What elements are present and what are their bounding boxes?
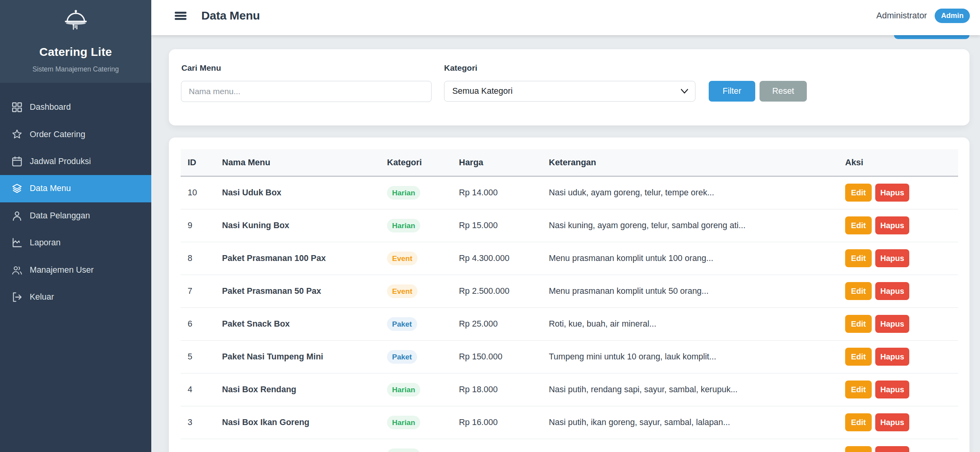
hapus-button[interactable]: Hapus bbox=[875, 216, 909, 234]
logout-icon bbox=[11, 291, 23, 303]
cell-aksi: EditHapus bbox=[838, 307, 958, 340]
cell-harga: Rp 14.000 bbox=[452, 176, 542, 209]
column-header-kategori: Kategori bbox=[380, 149, 452, 176]
cell-keterangan: Nasi kuning, ayam goreng, telur, sambal … bbox=[542, 209, 838, 242]
cell-id: 9 bbox=[181, 209, 215, 242]
reset-button[interactable]: Reset bbox=[760, 81, 807, 102]
category-label: Kategori bbox=[444, 63, 477, 73]
edit-button[interactable]: Edit bbox=[845, 446, 872, 452]
sidebar-item-manajemen-user[interactable]: Manajemen User bbox=[0, 256, 151, 283]
cloche-logo-icon bbox=[63, 9, 89, 35]
cell-harga: Rp 18.000 bbox=[452, 373, 542, 406]
table-card: IDNama MenuKategoriHargaKeteranganAksi 1… bbox=[169, 138, 969, 452]
calendar-icon bbox=[11, 156, 23, 167]
sidebar-item-dashboard[interactable]: Dashboard bbox=[0, 94, 151, 121]
column-header-harga: Harga bbox=[452, 149, 542, 176]
hapus-button[interactable]: Hapus bbox=[875, 249, 909, 267]
hapus-button[interactable]: Hapus bbox=[875, 282, 909, 300]
sidebar-item-laporan[interactable]: Laporan bbox=[0, 229, 151, 256]
edit-button[interactable]: Edit bbox=[845, 282, 872, 300]
cell-keterangan: Nasi putih, rendang sapi, sayur, sambal,… bbox=[542, 373, 838, 406]
table-row: 7Paket Prasmanan 50 PaxEventRp 2.500.000… bbox=[181, 275, 958, 307]
filter-card: Cari Menu Kategori Semua Kategori Filter… bbox=[169, 49, 969, 125]
cell-id: 10 bbox=[181, 176, 215, 209]
sidebar-item-label: Dashboard bbox=[30, 102, 71, 112]
edit-button[interactable]: Edit bbox=[845, 249, 872, 267]
cell-harga: Rp 4.300.000 bbox=[452, 242, 542, 275]
cell-aksi: EditHapus bbox=[838, 242, 958, 275]
sidebar-item-label: Order Catering bbox=[30, 130, 85, 139]
star-icon bbox=[11, 129, 23, 140]
kategori-badge: Paket bbox=[387, 350, 417, 364]
table-row: 8Paket Prasmanan 100 PaxEventRp 4.300.00… bbox=[181, 242, 958, 275]
cell-id: 4 bbox=[181, 373, 215, 406]
column-header-id: ID bbox=[181, 149, 215, 176]
table-row: 9Nasi Kuning BoxHarianRp 15.000Nasi kuni… bbox=[181, 209, 958, 242]
sidebar-item-label: Manajemen User bbox=[30, 265, 94, 275]
kategori-badge: Event bbox=[387, 252, 417, 265]
table-row: HarianEditHapus bbox=[181, 439, 958, 452]
cell-nama-menu: Nasi Uduk Box bbox=[215, 176, 380, 209]
cell-harga: Rp 150.000 bbox=[452, 340, 542, 373]
sidebar: Catering Lite Sistem Manajemen Catering … bbox=[0, 0, 151, 452]
hapus-button[interactable]: Hapus bbox=[875, 446, 909, 452]
cell-harga bbox=[452, 439, 542, 452]
cell-aksi: EditHapus bbox=[838, 406, 958, 439]
chart-icon bbox=[11, 237, 23, 248]
edit-button[interactable]: Edit bbox=[845, 216, 872, 234]
user-name: Administrator bbox=[876, 11, 927, 21]
sidebar-item-data-pelanggan[interactable]: Data Pelanggan bbox=[0, 202, 151, 229]
hapus-button[interactable]: Hapus bbox=[875, 315, 909, 333]
user-role-badge: Admin bbox=[935, 9, 970, 23]
cell-kategori: Harian bbox=[380, 176, 452, 209]
edit-button[interactable]: Edit bbox=[845, 315, 872, 333]
edit-button[interactable]: Edit bbox=[845, 348, 872, 366]
edit-button[interactable]: Edit bbox=[845, 184, 872, 202]
sidebar-item-data-menu[interactable]: Data Menu bbox=[0, 175, 151, 202]
kategori-badge: Event bbox=[387, 284, 417, 298]
sidebar-item-keluar[interactable]: Keluar bbox=[0, 284, 151, 311]
kategori-badge: Harian bbox=[387, 219, 420, 232]
edit-button[interactable]: Edit bbox=[845, 381, 872, 398]
app-screen: + Tambah Menu Catering Lite Sis bbox=[0, 0, 980, 452]
grid-icon bbox=[11, 102, 23, 113]
edit-button[interactable]: Edit bbox=[845, 413, 872, 431]
kategori-badge: Harian bbox=[387, 416, 420, 429]
cell-harga: Rp 16.000 bbox=[452, 406, 542, 439]
brand-subtitle: Sistem Manajemen Catering bbox=[0, 65, 151, 73]
kategori-badge: Harian bbox=[387, 383, 420, 397]
cell-kategori: Paket bbox=[380, 340, 452, 373]
page-title: Data Menu bbox=[201, 9, 260, 22]
search-input[interactable] bbox=[181, 81, 432, 102]
hapus-button[interactable]: Hapus bbox=[875, 184, 909, 202]
table-row: 6Paket Snack BoxPaketRp 25.000Roti, kue,… bbox=[181, 307, 958, 340]
table-header-row: IDNama MenuKategoriHargaKeteranganAksi bbox=[181, 149, 958, 176]
cell-nama-menu: Nasi Box Ikan Goreng bbox=[215, 406, 380, 439]
cell-kategori: Harian bbox=[380, 373, 452, 406]
sidebar-item-label: Data Menu bbox=[30, 184, 71, 193]
cell-nama-menu: Nasi Box Rendang bbox=[215, 373, 380, 406]
chevron-down-icon bbox=[679, 87, 690, 95]
topbar-right: Administrator Admin bbox=[876, 9, 980, 23]
kategori-badge: Paket bbox=[387, 317, 417, 331]
hapus-button[interactable]: Hapus bbox=[875, 413, 909, 431]
hapus-button[interactable]: Hapus bbox=[875, 381, 909, 398]
table-row: 4Nasi Box RendangHarianRp 18.000Nasi put… bbox=[181, 373, 958, 406]
sidebar-header: Catering Lite Sistem Manajemen Catering bbox=[0, 0, 151, 83]
cell-nama-menu: Paket Snack Box bbox=[215, 307, 380, 340]
hamburger-menu-icon[interactable] bbox=[175, 12, 186, 20]
hapus-button[interactable]: Hapus bbox=[875, 348, 909, 366]
kategori-badge: Harian bbox=[387, 186, 420, 200]
cell-nama-menu: Nasi Kuning Box bbox=[215, 209, 380, 242]
cell-harga: Rp 2.500.000 bbox=[452, 275, 542, 307]
cell-kategori: Harian bbox=[380, 209, 452, 242]
sidebar-item-label: Jadwal Produksi bbox=[30, 157, 91, 166]
filter-button[interactable]: Filter bbox=[709, 81, 755, 102]
sidebar-item-jadwal-produksi[interactable]: Jadwal Produksi bbox=[0, 148, 151, 175]
sidebar-item-order-catering[interactable]: Order Catering bbox=[0, 121, 151, 148]
table-row: 10Nasi Uduk BoxHarianRp 14.000Nasi uduk,… bbox=[181, 176, 958, 209]
cell-keterangan: Menu prasmanan komplit untuk 50 orang... bbox=[542, 275, 838, 307]
category-select[interactable]: Semua Kategori bbox=[444, 81, 695, 102]
cell-aksi: EditHapus bbox=[838, 176, 958, 209]
category-select-value: Semua Kategori bbox=[444, 81, 695, 102]
